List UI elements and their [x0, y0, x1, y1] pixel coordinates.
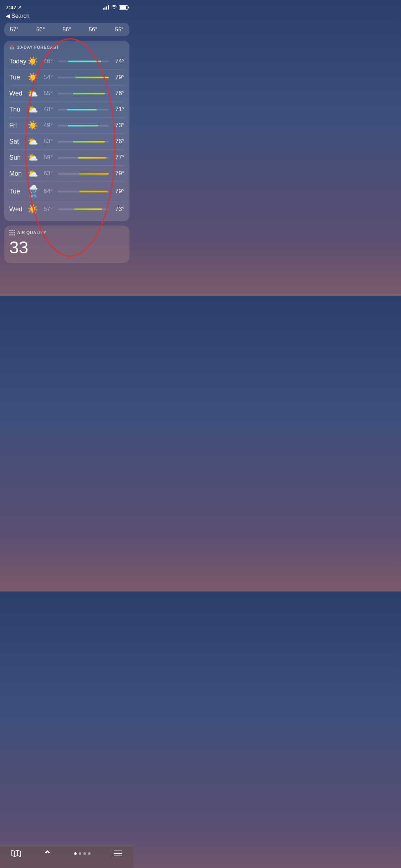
weather-icon: ⛅ — [26, 169, 39, 179]
high-temp: 76° — [111, 90, 124, 97]
high-temp: 77° — [111, 154, 124, 161]
forecast-row: Fri ☀️ 49° 73° — [9, 118, 124, 134]
air-quality-value: 33 — [9, 238, 124, 257]
high-temp: 73° — [111, 206, 124, 213]
temp-bar — [58, 109, 109, 110]
high-temp: 73° — [111, 122, 124, 129]
weather-icon: ☀️ — [26, 56, 39, 66]
temp-bar — [58, 61, 109, 62]
day-label: Wed — [9, 90, 26, 97]
temp-bar — [58, 191, 109, 192]
temp-bar — [58, 93, 109, 94]
high-temp: 79° — [111, 74, 124, 81]
forecast-row: Mon ⛅ 63° 79° — [9, 166, 124, 182]
temp-bar — [58, 208, 109, 210]
hourly-temp-1: 57° — [10, 26, 19, 33]
air-quality-icon — [9, 230, 15, 236]
forecast-row: Wed ⛅ 55° 76° — [9, 86, 124, 102]
low-temp: 46° — [39, 58, 53, 65]
back-label: Search — [11, 13, 30, 19]
forecast-header: 📅 10-DAY FORECAST — [9, 45, 124, 50]
day-label: Mon — [9, 170, 26, 177]
location-arrow-icon: ↗ — [18, 5, 21, 10]
high-temp: 79° — [111, 170, 124, 177]
air-quality-title: AIR QUALITY — [17, 230, 46, 235]
day-label: Fri — [9, 122, 26, 129]
temp-bar — [58, 125, 109, 126]
status-icons — [103, 5, 128, 10]
hourly-temp-3: 56° — [62, 26, 71, 33]
forecast-title: 10-DAY FORECAST — [17, 45, 59, 50]
day-label: Thu — [9, 106, 26, 113]
clock: 7:47 — [6, 4, 16, 10]
low-temp: 59° — [39, 154, 53, 161]
temp-bar — [58, 173, 109, 175]
low-temp: 49° — [39, 122, 53, 129]
high-temp: 76° — [111, 138, 124, 145]
hourly-temp-5: 55° — [115, 26, 124, 33]
temp-bar — [58, 77, 109, 78]
day-label: Sat — [9, 138, 26, 145]
weather-icon: ☀️ — [26, 72, 39, 82]
battery-icon — [119, 5, 128, 10]
air-quality-header: AIR QUALITY — [9, 230, 124, 236]
back-navigation[interactable]: ◀ Search — [0, 12, 134, 21]
weather-icon: ☀️ — [26, 204, 39, 214]
signal-icon — [103, 5, 109, 10]
day-label: Tue — [9, 74, 26, 81]
weather-icon: ⛅ — [26, 88, 39, 98]
forecast-row: Sat ⛅ 53° 76° — [9, 134, 124, 150]
low-temp: 53° — [39, 138, 53, 145]
hourly-forecast-bar[interactable]: 57° 56° 56° 56° 55° — [4, 23, 129, 36]
day-label: Tue — [9, 188, 26, 195]
forecast-row: Sun ⛅ 59° 77° — [9, 150, 124, 166]
low-temp: 64° — [39, 188, 53, 195]
weather-icon: ⛅ — [26, 136, 39, 146]
ten-day-forecast-card: 📅 10-DAY FORECAST Today ☀️ 46° 74° Tue ☀… — [4, 41, 129, 221]
status-bar: 7:47 ↗ — [0, 0, 134, 12]
temp-bar — [58, 141, 109, 143]
weather-icon: ⛅ — [26, 104, 39, 114]
time-display: 7:47 ↗ — [6, 4, 21, 10]
day-label: Sun — [9, 154, 26, 161]
day-label: Today — [9, 58, 26, 65]
high-temp: 74° — [111, 58, 124, 65]
temp-bar — [58, 157, 109, 159]
back-chevron-icon: ◀ — [6, 12, 10, 19]
forecast-row: Tue 🌧️ 30% 64° 79° — [9, 182, 124, 201]
hourly-temp-4: 56° — [89, 26, 97, 33]
low-temp: 48° — [39, 106, 53, 113]
forecast-row: Tue ☀️ 54° 79° — [9, 69, 124, 86]
wifi-icon — [111, 5, 117, 10]
hourly-temp-2: 56° — [36, 26, 45, 33]
air-quality-card: AIR QUALITY 33 — [4, 226, 129, 263]
forecast-row: Thu ⛅ 48° 71° — [9, 102, 124, 118]
day-label: Wed — [9, 206, 26, 213]
low-temp: 63° — [39, 170, 53, 177]
weather-icon: ☀️ — [26, 120, 39, 130]
weather-icon: ⛅ — [26, 153, 39, 162]
low-temp: 54° — [39, 74, 53, 81]
high-temp: 79° — [111, 188, 124, 195]
forecast-row: Today ☀️ 46° 74° — [9, 53, 124, 69]
forecast-row: Wed ☀️ 57° 73° — [9, 201, 124, 217]
forecast-rows: Today ☀️ 46° 74° Tue ☀️ 54° 79° Wed ⛅ 55… — [9, 53, 124, 217]
calendar-icon: 📅 — [9, 45, 15, 50]
low-temp: 57° — [39, 206, 53, 213]
low-temp: 55° — [39, 90, 53, 97]
high-temp: 71° — [111, 106, 124, 113]
